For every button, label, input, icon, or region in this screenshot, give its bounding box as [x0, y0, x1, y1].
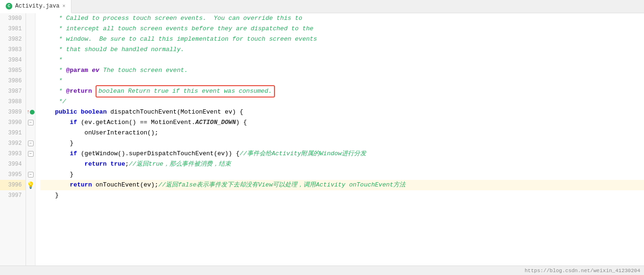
gutter-3997 — [26, 190, 35, 201]
line-num-3993: 3993 — [0, 149, 26, 159]
code-text-3985c — [88, 65, 92, 76]
code-line-3994: return true;//返回true，那么事件被消费，结束 — [40, 159, 644, 169]
code-line-3984: * — [40, 55, 644, 65]
code-text-3985a: * — [40, 65, 66, 76]
fold-icon-3992[interactable]: − — [28, 141, 34, 146]
code-text-3988: */ — [40, 97, 66, 107]
activity-java-tab[interactable]: C Activity.java × — [0, 0, 71, 13]
code-text-3994b — [106, 159, 110, 169]
code-text-3993b: (getWindow().superDispatchTouchEvent(ev)… — [77, 149, 239, 159]
fold-icon-3990[interactable]: − — [28, 120, 34, 125]
code-text-3987a: * — [40, 86, 66, 97]
code-text-3990c: ACTION_DOWN — [195, 117, 236, 128]
code-text-3983: * that should be handled normally. — [40, 44, 184, 55]
line-num-3985: 3985 — [0, 65, 26, 76]
code-line-3988: */ — [40, 97, 644, 107]
gutter: ↑ − − − − 💡 — [26, 13, 35, 266]
code-line-3987: * @return boolean Return true if this ev… — [40, 86, 644, 97]
gutter-3993: − — [26, 149, 35, 159]
lightbulb-icon[interactable]: 💡 — [26, 181, 35, 189]
code-line-3995: } — [40, 169, 644, 180]
editor-container: C Activity.java × 3980 3981 3982 3983 39… — [0, 0, 644, 275]
gutter-3987 — [26, 86, 35, 97]
code-line-3980: * Called to process touch screen events.… — [40, 13, 644, 24]
tab-icon: C — [6, 3, 12, 9]
line-num-3995: 3995 — [0, 169, 26, 180]
gutter-3994 — [26, 159, 35, 169]
code-text-3989d: dispatchTouchEvent(MotionEvent ev) { — [106, 107, 243, 117]
line-num-3983: 3983 — [0, 44, 26, 55]
bottom-bar: https://blog.csdn.net/weixin_41230204 — [0, 266, 644, 275]
tab-label: Activity.java — [15, 3, 60, 9]
tab-close-button[interactable]: × — [62, 3, 66, 9]
line-num-3991: 3991 — [0, 128, 26, 138]
code-line-3981: * intercept all touch screen events befo… — [40, 24, 644, 34]
line-numbers: 3980 3981 3982 3983 3984 3985 3986 3987 … — [0, 13, 26, 266]
line-num-3989: 3989 — [0, 107, 26, 117]
code-text-3986: * — [40, 76, 62, 86]
highlight-return-text: boolean Return true if this event was co… — [96, 85, 275, 98]
code-area: 3980 3981 3982 3983 3984 3985 3986 3987 … — [0, 13, 644, 266]
code-text-3984: * — [40, 55, 62, 65]
code-text-3980: * Called to process touch screen events.… — [40, 13, 302, 24]
code-line-3997: } — [40, 190, 644, 201]
gutter-3986 — [26, 76, 35, 86]
code-text-3989c: boolean — [81, 107, 107, 117]
code-text-3991: onUserInteraction(); — [40, 128, 159, 138]
fold-icon-3993[interactable]: − — [28, 151, 34, 157]
gutter-3981 — [26, 24, 35, 34]
code-text-3987b: @return — [66, 86, 92, 97]
code-text-3994a: return — [40, 159, 106, 169]
code-text-3985d: ev — [92, 65, 99, 76]
line-num-3987: 3987 — [0, 86, 26, 97]
code-text-3985b: @param — [66, 65, 88, 76]
code-text-3982: * window. Be sure to call this implement… — [40, 34, 317, 44]
bottom-url: https://blog.csdn.net/weixin_41230204 — [525, 268, 640, 274]
code-text-3992: } — [40, 138, 73, 149]
code-text-3993c: //事件会给Activity附属的Window进行分发 — [239, 149, 366, 159]
code-line-3990: if (ev.getAction() == MotionEvent.ACTION… — [40, 117, 644, 128]
gutter-3988 — [26, 97, 35, 107]
up-arrow-icon: ↑ — [26, 109, 30, 115]
gutter-3984 — [26, 55, 35, 65]
green-dot-icon — [30, 110, 35, 115]
code-text-3993a: if — [40, 149, 77, 159]
code-text-3995: } — [40, 169, 73, 180]
code-text-3985e: The touch screen event. — [99, 65, 188, 76]
code-text-3990b: (ev.getAction() == MotionEvent. — [77, 117, 195, 128]
gutter-3982 — [26, 34, 35, 44]
code-text-3990a: if — [40, 117, 77, 128]
code-text-3994e: //返回true，那么事件被消费，结束 — [129, 159, 231, 169]
code-text-3987c — [92, 86, 96, 97]
line-num-3980: 3980 — [0, 13, 26, 24]
code-text-3989a: public — [40, 107, 77, 117]
line-num-3997: 3997 — [0, 190, 26, 201]
gutter-3996: 💡 — [26, 180, 35, 190]
code-line-3996: return onTouchEvent(ev);//返回false表示事件发下去… — [40, 180, 644, 190]
code-line-3985: * @param ev The touch screen event. — [40, 65, 644, 76]
line-num-3984: 3984 — [0, 55, 26, 65]
code-line-3993: if (getWindow().superDispatchTouchEvent(… — [40, 149, 644, 159]
code-line-3986: * — [40, 76, 644, 86]
code-text-3996c: //返回false表示事件发下去却没有View可以处理，调用Activity o… — [159, 180, 406, 190]
gutter-3990: − — [26, 117, 35, 128]
line-num-3996: 3996 — [0, 180, 26, 190]
code-text-3981: * intercept all touch screen events befo… — [40, 24, 313, 34]
code-text-3997: } — [40, 190, 59, 201]
code-text-3994c: true — [110, 159, 125, 169]
code-line-3992: } — [40, 138, 644, 149]
code-text-3996a: return — [40, 180, 92, 190]
gutter-3983 — [26, 44, 35, 55]
line-num-3986: 3986 — [0, 76, 26, 86]
code-text-3987d: boolean Return true if this event was co… — [98, 88, 272, 95]
line-num-3992: 3992 — [0, 138, 26, 149]
code-text-3996b: onTouchEvent(ev); — [92, 180, 158, 190]
code-line-3983: * that should be handled normally. — [40, 44, 644, 55]
gutter-3995: − — [26, 169, 35, 180]
code-line-3991: onUserInteraction(); — [40, 128, 644, 138]
line-num-3988: 3988 — [0, 97, 26, 107]
fold-icon-3995[interactable]: − — [28, 172, 34, 177]
code-text-3994d: ; — [125, 159, 129, 169]
line-num-3982: 3982 — [0, 34, 26, 44]
gutter-3985 — [26, 65, 35, 76]
